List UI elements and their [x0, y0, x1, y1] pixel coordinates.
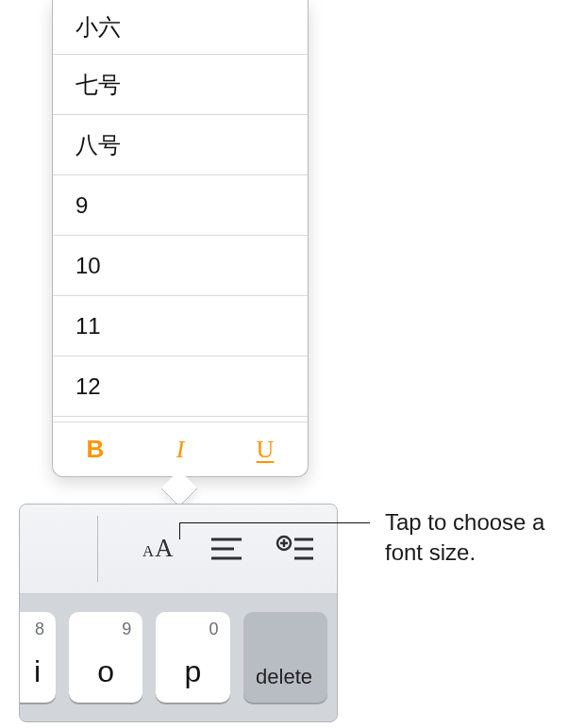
callout-text: Tap to choose a font size. [385, 507, 574, 569]
font-size-label: 12 [75, 373, 101, 400]
keyboard-toolbar-area: A A [19, 504, 338, 722]
key-alt-label: 9 [122, 620, 131, 639]
callout-leader [179, 522, 370, 523]
key-i[interactable]: 8 i [19, 612, 56, 703]
italic-button[interactable]: I [138, 422, 223, 476]
font-size-list[interactable]: 小六 七号 八号 9 10 11 12 [53, 0, 308, 422]
list-insert-icon [276, 530, 317, 568]
font-size-option[interactable]: 11 [53, 296, 308, 356]
font-size-option[interactable]: 小六 [53, 0, 308, 55]
key-o[interactable]: 9 o [69, 612, 142, 703]
key-main-label: delete [256, 665, 312, 689]
key-p[interactable]: 0 p [156, 612, 229, 703]
font-size-label: 八号 [75, 130, 121, 160]
key-main-label: o [97, 654, 114, 689]
font-size-option[interactable]: 八号 [53, 115, 308, 175]
key-alt-label: 0 [209, 620, 218, 639]
insert-list-button[interactable] [273, 525, 320, 572]
font-size-popover: 小六 七号 八号 9 10 11 12 B I U [52, 0, 309, 477]
callout-leader [179, 522, 180, 539]
font-size-option[interactable]: 9 [53, 175, 308, 236]
font-size-option[interactable]: 12 [53, 356, 308, 417]
font-size-label: 11 [75, 313, 101, 339]
bold-label: B [87, 435, 105, 464]
font-size-icon: A A [134, 530, 179, 568]
font-size-label: 小六 [75, 12, 121, 42]
key-delete[interactable]: delete [243, 612, 328, 703]
font-size-label: 10 [75, 253, 101, 279]
bold-button[interactable]: B [53, 422, 138, 476]
alignment-button[interactable] [203, 525, 250, 572]
font-size-option[interactable]: 七号 [53, 55, 308, 115]
underline-button[interactable]: U [223, 422, 308, 476]
format-toolbar: A A [20, 505, 337, 594]
svg-text:A: A [142, 542, 154, 560]
key-alt-label: 8 [35, 620, 44, 639]
svg-text:A: A [155, 534, 174, 562]
key-main-label: i [34, 654, 41, 689]
keyboard-row: 8 i 9 o 0 p delete [20, 594, 337, 720]
underline-label: U [257, 436, 275, 464]
format-bar: B I U [53, 422, 308, 476]
italic-label: I [176, 436, 185, 464]
align-icon [208, 530, 245, 568]
font-size-label: 9 [75, 192, 88, 219]
font-size-option[interactable]: 10 [53, 236, 308, 296]
font-size-button[interactable]: A A [133, 525, 180, 572]
screenshot-stage: 小六 七号 八号 9 10 11 12 B I U A A [0, 0, 585, 728]
font-size-label: 七号 [75, 70, 121, 100]
key-main-label: p [185, 654, 202, 689]
toolbar-divider [97, 516, 98, 582]
